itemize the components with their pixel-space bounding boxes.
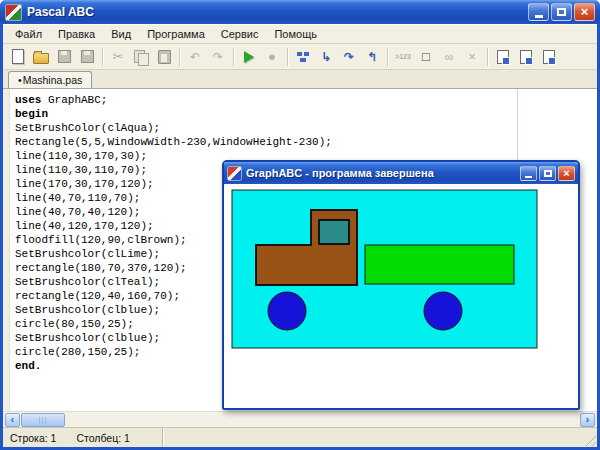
paste-icon	[158, 50, 171, 64]
code-line[interactable]: begin	[15, 107, 332, 121]
cut-button: ✂	[107, 46, 129, 68]
title-bar[interactable]: Pascal ABC ×	[0, 0, 600, 24]
toolbar-separator	[233, 48, 234, 66]
step-over-icon: ↷	[344, 51, 354, 63]
graphabc-app-icon	[227, 166, 242, 181]
maximize-icon	[557, 8, 566, 16]
dock-window-3-icon	[543, 50, 555, 64]
step-over-button[interactable]: ↷	[338, 46, 360, 68]
save-button	[53, 46, 75, 68]
graphabc-close-icon: ×	[563, 168, 569, 179]
new-file-button[interactable]	[7, 46, 29, 68]
scroll-left-button[interactable]: ‹	[5, 413, 20, 427]
graphabc-close-button[interactable]: ×	[558, 166, 575, 181]
minimize-icon	[535, 15, 543, 18]
open-file-button[interactable]	[30, 46, 52, 68]
graphabc-maximize-icon	[544, 170, 552, 177]
menu-bar: ФайлПравкаВидПрограммаСервисПомощь	[3, 24, 597, 44]
open-file-icon	[33, 53, 49, 64]
output-window-button[interactable]: □	[415, 46, 437, 68]
status-line: Строка: 1	[10, 432, 56, 444]
evaluate-button: >123	[392, 46, 414, 68]
horizontal-scrollbar[interactable]: ‹ ›	[3, 411, 597, 428]
scroll-right-button[interactable]: ›	[580, 413, 595, 427]
paste-button	[153, 46, 175, 68]
close-file-icon: ×	[468, 50, 476, 63]
undo-icon: ↶	[190, 51, 200, 63]
window-controls: ×	[528, 3, 595, 21]
toolbar-separator	[179, 48, 180, 66]
menu-item-program[interactable]: Программа	[139, 26, 213, 42]
tab-mashina-pas[interactable]: • Mashina.pas	[8, 71, 92, 88]
dock-window-3-button[interactable]	[538, 46, 560, 68]
truck-cab-window	[319, 220, 349, 244]
window-title: Pascal ABC	[27, 5, 94, 19]
scroll-left-icon: ‹	[11, 415, 14, 425]
graphabc-minimize-icon	[525, 176, 532, 178]
close-icon: ×	[581, 5, 589, 18]
toolbar: ✂↶↷●↳↷↰>123□∞×	[3, 44, 597, 70]
status-column: Столбец: 1	[76, 432, 129, 444]
step-out-icon: ↰	[367, 51, 377, 63]
watch-button: ∞	[438, 46, 460, 68]
run-button[interactable]	[238, 46, 260, 68]
menu-item-help[interactable]: Помощь	[266, 26, 325, 42]
menu-item-file[interactable]: Файл	[7, 26, 50, 42]
pascal-abc-app-icon	[5, 4, 22, 21]
status-panel-extra	[163, 428, 597, 447]
dock-window-1-icon	[497, 50, 509, 64]
minimize-button[interactable]	[528, 3, 549, 21]
menu-item-edit[interactable]: Правка	[50, 26, 103, 42]
scrollbar-thumb[interactable]	[21, 413, 65, 427]
code-line[interactable]: Rectangle(5,5,WindowWidth-230,WindowHeig…	[15, 135, 332, 149]
step-into-button[interactable]: ↳	[315, 46, 337, 68]
toolbar-separator	[287, 48, 288, 66]
dock-window-1-button[interactable]	[492, 46, 514, 68]
editor-gutter	[3, 89, 10, 413]
graphabc-canvas	[224, 184, 578, 408]
run-icon	[244, 51, 254, 63]
close-file-button: ×	[461, 46, 483, 68]
graphabc-title-bar[interactable]: GraphABC - программа завершена ×	[224, 162, 578, 184]
save-all-button	[76, 46, 98, 68]
menu-item-service[interactable]: Сервис	[213, 26, 267, 42]
code-line[interactable]: uses GraphABC;	[15, 93, 332, 107]
cut-icon: ✂	[113, 50, 124, 63]
toolbar-separator	[102, 48, 103, 66]
dock-window-2-button[interactable]	[515, 46, 537, 68]
graphabc-window[interactable]: GraphABC - программа завершена ×	[222, 160, 580, 410]
status-bar: Строка: 1 Столбец: 1	[3, 427, 597, 447]
new-file-icon	[12, 49, 24, 64]
graphabc-window-controls: ×	[520, 166, 575, 181]
tab-modified-marker: •	[18, 74, 22, 86]
step-into-icon: ↳	[321, 51, 331, 63]
step-out-button[interactable]: ↰	[361, 46, 383, 68]
truck-drawing	[224, 184, 578, 408]
graphabc-window-title: GraphABC - программа завершена	[246, 167, 516, 179]
output-window-icon: □	[422, 50, 430, 63]
debug-modules-button[interactable]	[292, 46, 314, 68]
debug-modules-icon	[297, 52, 309, 62]
resize-grip[interactable]	[583, 433, 596, 446]
maximize-button[interactable]	[551, 3, 572, 21]
menu-item-view[interactable]: Вид	[103, 26, 139, 42]
save-icon	[58, 50, 71, 63]
copy-button	[130, 46, 152, 68]
code-line[interactable]: SetBrushColor(clAqua);	[15, 121, 332, 135]
copy-icon	[134, 50, 145, 63]
redo-icon: ↷	[213, 51, 223, 63]
status-panel-position: Строка: 1 Столбец: 1	[3, 428, 163, 447]
graphabc-minimize-button[interactable]	[520, 166, 537, 181]
tab-bar: • Mashina.pas	[3, 70, 597, 88]
truck-wheel-rear	[424, 292, 462, 330]
close-button[interactable]: ×	[574, 3, 595, 21]
truck-cargo-bed	[365, 245, 514, 284]
window-content: ФайлПравкаВидПрограммаСервисПомощь ✂↶↷●↳…	[3, 24, 597, 447]
save-all-icon	[81, 50, 94, 63]
scroll-right-icon: ›	[586, 415, 589, 425]
truck-wheel-front	[268, 292, 306, 330]
undo-button: ↶	[184, 46, 206, 68]
graphabc-maximize-button[interactable]	[539, 166, 556, 181]
toolbar-separator	[387, 48, 388, 66]
dock-window-2-icon	[520, 50, 532, 64]
